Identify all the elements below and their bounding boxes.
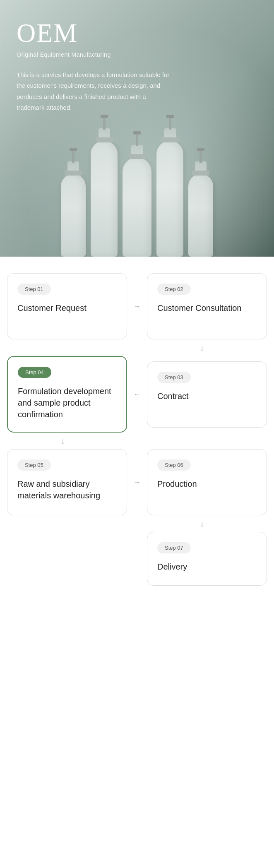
arrow-down-2: ↓ <box>61 436 65 446</box>
hero-title: OEM <box>17 20 257 46</box>
step-badge-01: Step 01 <box>17 284 51 295</box>
delivery-row: Step 07 Delivery <box>7 532 267 586</box>
vc-left-1 <box>7 339 118 356</box>
step-badge-02: Step 02 <box>157 284 191 295</box>
step-card-01: Step 01 Customer Request <box>7 273 127 339</box>
step-title-07: Delivery <box>157 561 187 572</box>
step-badge-07: Step 07 <box>157 542 191 553</box>
step-title-06: Production <box>157 478 197 490</box>
pump-2 <box>103 118 106 130</box>
hero-section: OEM Original Equipment Manufacturing Thi… <box>0 0 274 257</box>
step-card-02: Step 02 Customer Consultation <box>147 273 267 339</box>
step-title-03: Contract <box>157 390 189 402</box>
arrow-down-1: ↓ <box>200 343 204 353</box>
steps-row-3: Step 05 Raw and subsidiary materials war… <box>7 449 267 515</box>
arrow-left-1: ← <box>127 390 147 399</box>
step-card-06: Step 06 Production <box>147 449 267 515</box>
step-title-04: Formulation development and sample produ… <box>18 385 116 420</box>
vc-right-2 <box>137 433 267 449</box>
bottle-2 <box>91 141 118 257</box>
step-title-02: Customer Consultation <box>157 302 241 314</box>
arrow-right-2: → <box>127 478 147 487</box>
step-card-05: Step 05 Raw and subsidiary materials war… <box>7 449 127 515</box>
steps-row-1: Step 01 Customer Request → Step 02 Custo… <box>7 273 267 339</box>
bottle-1 <box>61 174 86 257</box>
pump-1 <box>72 151 75 163</box>
pump-3 <box>136 135 138 146</box>
step-card-03: Step 03 Contract <box>147 361 267 428</box>
bottle-3 <box>123 157 151 257</box>
vc-left-2: ↓ <box>7 433 118 449</box>
vc-spacer-3 <box>118 515 137 532</box>
vc-left-3 <box>7 515 118 532</box>
pump-4 <box>169 118 171 130</box>
pump-5 <box>199 151 202 163</box>
arrow-down-3: ↓ <box>200 519 204 529</box>
step-title-01: Customer Request <box>17 302 87 314</box>
step-badge-06: Step 06 <box>157 459 191 471</box>
vc-spacer-1 <box>118 339 137 356</box>
steps-section: Step 01 Customer Request → Step 02 Custo… <box>0 257 274 602</box>
vc-right-3: ↓ <box>137 515 267 532</box>
hero-description: This is a servies that develops a formul… <box>17 70 174 113</box>
step-badge-05: Step 05 <box>17 459 51 471</box>
vc-spacer-2 <box>118 433 137 449</box>
hero-subtitle: Original Equipment Manufacturing <box>17 51 257 58</box>
hero-content: OEM Original Equipment Manufacturing Thi… <box>17 20 257 113</box>
bottle-5 <box>188 174 213 257</box>
steps-row-2: Step 04 Formulation development and samp… <box>7 356 267 433</box>
step-title-05: Raw and subsidiary materials warehousing <box>17 478 117 501</box>
step-badge-04: Step 04 <box>18 367 51 378</box>
hero-bottles <box>34 124 240 257</box>
step-card-07: Step 07 Delivery <box>147 532 267 586</box>
vc-right-1: ↓ <box>137 339 267 356</box>
bottle-4 <box>156 141 183 257</box>
step-badge-03: Step 03 <box>157 372 191 383</box>
connector-3: ↓ <box>7 515 267 532</box>
connector-2: ↓ <box>7 433 267 449</box>
connector-1: ↓ <box>7 339 267 356</box>
step-card-04: Step 04 Formulation development and samp… <box>7 356 127 433</box>
arrow-right-1: → <box>127 302 147 311</box>
